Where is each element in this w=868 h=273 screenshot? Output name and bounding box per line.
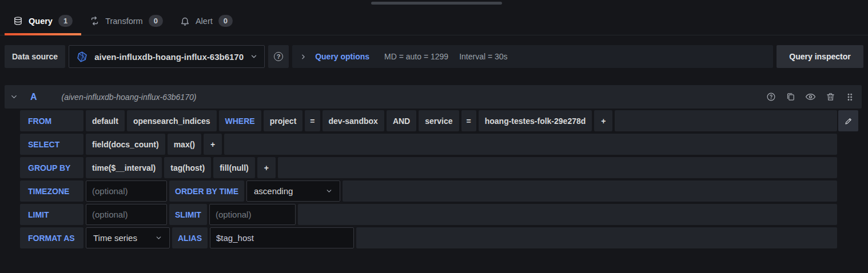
alias-input[interactable] <box>210 227 354 248</box>
copy-query-icon[interactable] <box>786 92 795 102</box>
panel-resize-handle[interactable] <box>371 2 502 5</box>
from-clause-label: FROM <box>20 110 83 131</box>
query-ref-id: A <box>30 92 37 102</box>
order-by-time-label: ORDER BY TIME <box>169 180 244 202</box>
database-icon <box>13 16 23 26</box>
select-clause-label: SELECT <box>20 134 83 155</box>
influxdb-logo-icon <box>76 51 88 63</box>
slimit-input[interactable] <box>209 204 296 225</box>
toggle-visibility-eye-icon[interactable] <box>805 91 816 102</box>
query-inspector-button[interactable]: Query inspector <box>777 45 863 68</box>
help-circle-icon: ? <box>274 52 283 61</box>
drag-handle-icon[interactable] <box>845 92 854 102</box>
tab-alert-count-badge: 0 <box>218 15 233 27</box>
order-by-time-value: ascending <box>254 186 293 196</box>
timezone-row: TIMEZONE ORDER BY TIME ascending <box>20 180 837 202</box>
order-by-time-select[interactable]: ascending <box>246 180 340 202</box>
query-segment[interactable]: service <box>419 110 459 131</box>
query-segment[interactable]: project <box>264 110 303 131</box>
from-row: FROM defaultopensearch_indicesWHEREproje… <box>20 110 837 131</box>
group-by-clause-label: GROUP BY <box>20 157 83 178</box>
row-filler <box>343 180 837 202</box>
query-editor-page: Query 1 Transform 0 Alert 0 <box>0 0 868 273</box>
bell-icon <box>180 16 190 26</box>
interval-stat: Interval = 30s <box>459 52 507 61</box>
tab-query-count-badge: 1 <box>58 15 73 27</box>
query-segment[interactable]: WHERE <box>219 110 261 131</box>
timezone-input[interactable] <box>86 180 167 202</box>
query-segment[interactable]: time($__interval) <box>86 157 162 178</box>
query-segment[interactable]: tag(host) <box>164 157 211 178</box>
query-datasource-name: (aiven-influxdb-hoang-influx-63b6170) <box>62 93 197 102</box>
query-segment[interactable]: fill(null) <box>213 157 255 178</box>
query-segment[interactable]: AND <box>387 110 416 131</box>
tab-query-label: Query <box>29 17 53 26</box>
query-row-a: A (aiven-influxdb-hoang-influx-63b6170) <box>5 85 868 248</box>
chevron-right-icon <box>300 53 307 61</box>
query-options-toggle[interactable]: Query options MD = auto = 1299 Interval … <box>292 45 773 68</box>
row-filler <box>224 134 837 155</box>
query-segment[interactable]: = <box>461 110 476 131</box>
help-circle-icon[interactable] <box>766 92 776 102</box>
group-by-row: GROUP BY time($__interval)tag(host)fill(… <box>20 157 837 178</box>
query-segment[interactable]: max() <box>168 134 201 155</box>
format-as-value: Time series <box>93 233 137 243</box>
select-row: SELECT field(docs_count)max()+ <box>20 134 837 155</box>
delete-query-trash-icon[interactable] <box>826 92 835 102</box>
datasource-label: Data source <box>5 45 65 68</box>
limit-label: LIMIT <box>20 204 83 225</box>
query-a-header[interactable]: A (aiven-influxdb-hoang-influx-63b6170) <box>5 85 862 109</box>
tab-alert[interactable]: Alert 0 <box>172 7 241 35</box>
tab-transform[interactable]: Transform 0 <box>81 7 172 35</box>
row-filler <box>298 204 837 225</box>
tab-transform-count-badge: 0 <box>149 15 163 27</box>
query-segment[interactable]: dev-sandbox <box>322 110 384 131</box>
datasource-picker[interactable]: aiven-influxdb-hoang-influx-63b6170 <box>69 45 265 68</box>
datasource-bar: Data source aiven-influxdb-hoang-influx-… <box>5 45 863 68</box>
row-filler <box>615 110 837 131</box>
datasource-help-button[interactable]: ? <box>268 45 289 68</box>
query-segment[interactable]: + <box>204 134 222 155</box>
query-segment[interactable]: field(docs_count) <box>86 134 165 155</box>
query-clause-rows: FROM defaultopensearch_indicesWHEREproje… <box>20 110 837 248</box>
limit-input[interactable] <box>86 204 167 225</box>
query-segment[interactable]: = <box>305 110 320 131</box>
editor-tabbar: Query 1 Transform 0 Alert 0 <box>0 0 868 35</box>
chevron-down-icon <box>325 187 333 195</box>
chevron-down-icon <box>155 234 162 242</box>
format-as-select[interactable]: Time series <box>86 227 170 248</box>
pencil-icon <box>844 117 853 126</box>
transform-icon <box>90 16 99 26</box>
format-as-label: FORMAT AS <box>20 227 83 248</box>
row-filler <box>356 227 837 248</box>
query-segment[interactable]: default <box>86 110 125 131</box>
query-segment[interactable]: hoang-testes-folk-29e278d <box>479 110 592 131</box>
collapse-chevron-down-icon[interactable] <box>10 93 18 101</box>
tab-transform-label: Transform <box>105 17 143 26</box>
tab-query[interactable]: Query 1 <box>5 7 81 35</box>
slimit-label: SLIMIT <box>169 204 207 225</box>
query-header-actions <box>766 91 854 102</box>
datasource-picker-value: aiven-influxdb-hoang-influx-63b6170 <box>94 52 244 62</box>
query-segment[interactable]: + <box>594 110 612 131</box>
max-data-points-stat: MD = auto = 1299 <box>384 52 448 61</box>
timezone-label: TIMEZONE <box>20 180 83 202</box>
query-options-label: Query options <box>315 52 369 61</box>
tab-alert-label: Alert <box>196 17 213 26</box>
limit-row: LIMIT SLIMIT <box>20 204 837 225</box>
toggle-text-edit-mode-button[interactable] <box>838 110 858 131</box>
chevron-down-icon <box>250 53 258 61</box>
query-segment[interactable]: + <box>257 157 276 178</box>
row-filler <box>278 157 837 178</box>
query-segment[interactable]: opensearch_indices <box>127 110 217 131</box>
alias-label: ALIAS <box>172 227 208 248</box>
format-as-row: FORMAT AS Time series ALIAS <box>20 227 837 248</box>
